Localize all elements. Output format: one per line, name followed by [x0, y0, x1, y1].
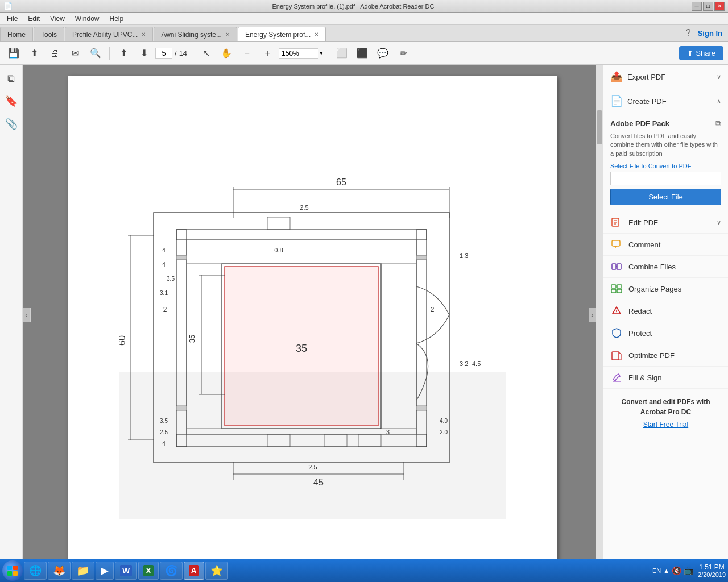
menu-help[interactable]: Help — [105, 14, 129, 24]
export-chevron-icon: ∨ — [717, 73, 721, 81]
toolbar: 💾 ⬆ 🖨 ✉ 🔍 ⬆ ⬇ / 14 ↖ ✋ − + ▾ ⬜ ⬛ 💬 ✏ ⬆ S… — [0, 42, 728, 65]
taskbar-word[interactable]: W — [115, 562, 137, 580]
tool-optimize-pdf[interactable]: Optimize PDF — [603, 344, 728, 367]
trial-link[interactable]: Start Free Trial — [643, 421, 688, 429]
zoom-in-button[interactable]: + — [258, 44, 276, 63]
display-icon[interactable]: 📺 — [684, 566, 693, 575]
create-pdf-header[interactable]: 📄 Create PDF ∧ — [603, 89, 728, 113]
taskbar-firefox[interactable]: 🦊 — [48, 562, 71, 580]
zoom-input[interactable] — [279, 48, 318, 59]
email-button[interactable]: ✉ — [66, 44, 84, 63]
vertical-scrollbar[interactable] — [596, 65, 603, 565]
right-collapse-btn[interactable]: › — [589, 308, 596, 322]
cursor-tool-button[interactable]: ↖ — [197, 44, 215, 63]
comment-button[interactable]: 💬 — [374, 44, 392, 63]
tab-profile-ability-label: Profile Ability UPVC... — [72, 31, 138, 39]
date-display: 2/20/2019 — [698, 571, 726, 578]
menu-view[interactable]: View — [46, 14, 69, 24]
svg-text:35: 35 — [188, 335, 196, 343]
taskbar-media[interactable]: ▶ — [96, 562, 114, 580]
tab-profile-ability-close[interactable]: ✕ — [141, 31, 146, 38]
tool-combine-files[interactable]: Combine Files — [603, 256, 728, 278]
taskbar-app9[interactable]: ⭐ — [205, 562, 228, 580]
share-icon: ⬆ — [687, 49, 693, 57]
select-file-button[interactable]: Select File — [610, 189, 721, 205]
zoom-chevron[interactable]: ▾ — [320, 49, 323, 57]
start-button[interactable] — [2, 560, 23, 581]
media-icon: ▶ — [101, 564, 109, 577]
tool-organize-pages[interactable]: Organize Pages — [603, 278, 728, 300]
tool-fill-sign[interactable]: Fill & Sign — [603, 367, 728, 389]
right-panel: 📤 Export PDF ∨ 📄 Create PDF ∧ Adobe PDF … — [603, 65, 728, 565]
share-button[interactable]: ⬆ Share — [679, 46, 723, 60]
svg-text:0.8: 0.8 — [274, 247, 283, 253]
tab-awni-sliding[interactable]: Awni Sliding syste... ✕ — [154, 27, 237, 41]
taskbar-explorer[interactable]: 📁 — [72, 562, 94, 580]
redact-icon — [610, 305, 623, 317]
comment-tool-label: Comment — [628, 240, 660, 249]
tab-tools-label: Tools — [41, 31, 57, 39]
show-hidden-icon[interactable]: ▲ — [663, 567, 669, 574]
scroll-thumb-vertical[interactable] — [597, 110, 602, 144]
pdf-viewer-area[interactable]: 65 45 60 — [23, 65, 603, 565]
menu-edit[interactable]: Edit — [23, 14, 44, 24]
export-pdf-header[interactable]: 📤 Export PDF ∨ — [603, 65, 728, 89]
minimize-btn[interactable]: ─ — [692, 2, 702, 11]
tool-edit-pdf[interactable]: Edit PDF ∨ — [603, 211, 728, 234]
app9-icon: ⭐ — [210, 564, 223, 577]
tool-redact[interactable]: Redact — [603, 300, 728, 322]
taskbar-ie[interactable]: 🌐 — [24, 562, 47, 580]
svg-text:4: 4 — [162, 247, 166, 253]
svg-rect-64 — [612, 264, 616, 269]
menu-file[interactable]: File — [2, 14, 22, 24]
print-button[interactable]: 🖨 — [46, 44, 64, 63]
sidebar-icon-bookmark[interactable]: 🔖 — [2, 92, 20, 110]
upload-button[interactable]: ⬆ — [25, 44, 43, 63]
tab-home[interactable]: Home — [0, 27, 33, 41]
help-btn[interactable]: ? — [686, 28, 691, 38]
window-controls: ─ □ ✕ — [692, 2, 725, 11]
svg-text:1.3: 1.3 — [460, 252, 468, 259]
clock[interactable]: 1:51 PM 2/20/2019 — [698, 563, 726, 578]
convert-file-input[interactable] — [610, 172, 721, 185]
pdf-pack-copy-icon[interactable]: ⧉ — [715, 119, 721, 128]
snap-button[interactable]: ⬛ — [353, 44, 371, 63]
pen-button[interactable]: ✏ — [394, 44, 412, 63]
signin-btn[interactable]: Sign In — [698, 29, 722, 38]
tab-tools[interactable]: Tools — [34, 27, 64, 41]
pdf-pack-header: Adobe PDF Pack ⧉ — [610, 119, 721, 128]
sidebar-icon-layers[interactable]: ⧉ — [2, 69, 20, 88]
search-button[interactable]: 🔍 — [86, 44, 105, 63]
left-collapse-btn[interactable]: ‹ — [23, 308, 30, 322]
tab-profile-ability[interactable]: Profile Ability UPVC... ✕ — [65, 27, 153, 41]
tool-comment[interactable]: Comment — [603, 234, 728, 256]
volume-icon[interactable]: 🔇 — [672, 566, 681, 575]
pro-text-strong: Convert and edit PDFs with Acrobat Pro D… — [621, 398, 710, 416]
tab-energy-close[interactable]: ✕ — [314, 31, 318, 38]
tab-energy-system[interactable]: Energy System prof... ✕ — [238, 27, 326, 41]
svg-rect-50 — [176, 255, 187, 260]
hand-tool-button[interactable]: ✋ — [217, 44, 235, 63]
convert-label[interactable]: Select File to Convert to PDF — [610, 163, 721, 169]
tool-protect[interactable]: Protect — [603, 322, 728, 344]
zoom-out-button[interactable]: − — [238, 44, 256, 63]
svg-text:4.5: 4.5 — [472, 360, 481, 367]
maximize-btn[interactable]: □ — [703, 2, 713, 11]
taskbar-excel[interactable]: X — [138, 562, 158, 580]
menu-window[interactable]: Window — [71, 14, 104, 24]
page-input[interactable] — [155, 48, 172, 59]
next-page-button[interactable]: ⬇ — [135, 44, 153, 63]
tab-energy-label: Energy System prof... — [245, 31, 311, 39]
language-indicator[interactable]: EN — [652, 567, 661, 574]
combine-files-label: Combine Files — [628, 263, 676, 271]
prev-page-button[interactable]: ⬆ — [114, 44, 133, 63]
taskbar-chrome[interactable]: 🌀 — [160, 562, 183, 580]
marquee-zoom-button[interactable]: ⬜ — [333, 44, 351, 63]
tab-awni-close[interactable]: ✕ — [225, 31, 230, 38]
left-sidebar: ⧉ 🔖 📎 — [0, 65, 23, 565]
edit-pdf-icon — [610, 216, 623, 228]
save-button[interactable]: 💾 — [5, 44, 23, 63]
close-btn[interactable]: ✕ — [714, 2, 725, 11]
sidebar-icon-attachment[interactable]: 📎 — [2, 115, 20, 133]
taskbar-acrobat[interactable]: A — [184, 562, 204, 580]
